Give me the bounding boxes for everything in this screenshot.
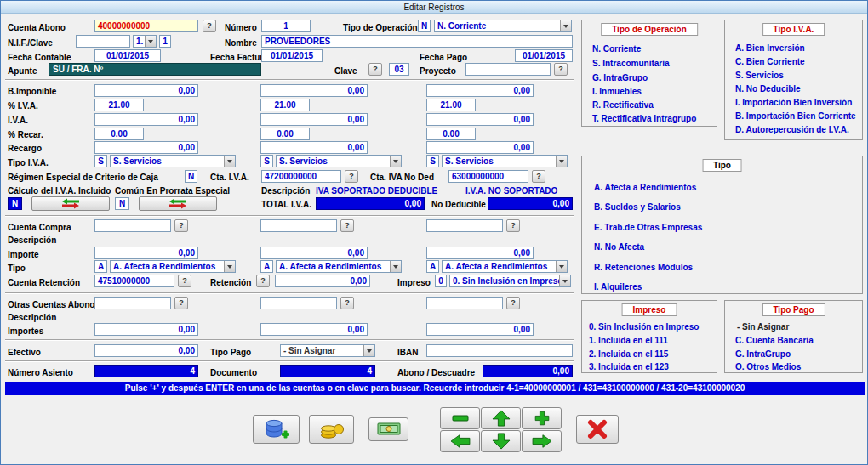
tipo-iva-code-1[interactable]: S bbox=[94, 155, 107, 167]
iva-input-2[interactable]: 0,00 bbox=[260, 113, 368, 126]
cuenta-retencion-input[interactable]: 47510000000 bbox=[94, 275, 174, 287]
add-record-button[interactable] bbox=[253, 415, 300, 444]
base-imponible-input-3[interactable]: 0,00 bbox=[426, 84, 534, 97]
close-button[interactable] bbox=[576, 415, 619, 444]
otras-cuentas-help-button-3[interactable]: ? bbox=[506, 297, 520, 309]
retencion-help-button[interactable]: ? bbox=[256, 275, 270, 287]
minus-button[interactable] bbox=[440, 407, 480, 429]
proyecto-input[interactable] bbox=[465, 63, 551, 76]
clave-input[interactable]: 03 bbox=[389, 63, 409, 76]
impreso-select[interactable]: 0. Sin Inclusión en Impreso bbox=[449, 275, 571, 287]
nif-type-select[interactable]: 1. bbox=[133, 35, 157, 48]
retencion-input[interactable]: 0,00 bbox=[275, 275, 370, 287]
otras-cuentas-input-2[interactable] bbox=[260, 297, 337, 309]
tipo-select-3[interactable]: A. Afecta a Rendimientos bbox=[442, 260, 568, 273]
fecha-factura-input[interactable]: 01/01/2015 bbox=[261, 49, 323, 62]
cuenta-compra-input-3[interactable] bbox=[426, 219, 503, 232]
pct-iva-input-1[interactable]: 21.00 bbox=[94, 99, 144, 111]
cta-iva-no-ded-input[interactable]: 63000000000 bbox=[448, 170, 528, 183]
cuenta-compra-input-2[interactable] bbox=[260, 219, 337, 232]
cuenta-retencion-help-button[interactable]: ? bbox=[178, 275, 191, 287]
arrow-right-button[interactable] bbox=[522, 430, 562, 452]
tipo-pago-select[interactable]: - Sin Asignar bbox=[280, 344, 375, 357]
numero-input[interactable]: 1 bbox=[261, 20, 311, 32]
tipo-select-2[interactable]: A. Afecta a Rendimientos bbox=[276, 260, 402, 273]
otras-cuentas-help-button-2[interactable]: ? bbox=[340, 297, 354, 309]
arrow-up-icon bbox=[491, 410, 511, 427]
cta-iva-no-ded-help-button[interactable]: ? bbox=[532, 170, 545, 183]
pct-recargo-input-2[interactable]: 0.00 bbox=[260, 128, 310, 140]
base-imponible-input-1[interactable]: 0,00 bbox=[94, 84, 198, 97]
tipo-code-1[interactable]: A bbox=[94, 260, 107, 273]
apunte-input[interactable]: SU / FRA. Nº bbox=[49, 63, 261, 76]
pct-recargo-input-3[interactable]: 0.00 bbox=[426, 128, 476, 140]
arrow-left-button[interactable] bbox=[440, 430, 480, 452]
nif-num-input[interactable]: 1 bbox=[159, 35, 171, 48]
tipo-operacion-select[interactable]: N. Corriente bbox=[434, 20, 572, 32]
iva-label: I.V.A. bbox=[8, 115, 28, 126]
tipo-operacion-code-input[interactable]: N bbox=[418, 20, 431, 32]
iban-input[interactable] bbox=[426, 344, 573, 357]
minus-icon bbox=[448, 411, 472, 425]
base-imponible-input-2[interactable]: 0,00 bbox=[260, 84, 368, 97]
fecha-pago-input[interactable]: 01/01/2015 bbox=[515, 49, 573, 62]
pct-iva-input-3[interactable]: 21.00 bbox=[426, 99, 476, 111]
tipo-iva-code-3[interactable]: S bbox=[426, 155, 439, 167]
recargo-input-3[interactable]: 0,00 bbox=[426, 141, 534, 154]
impreso-code-input[interactable]: 0 bbox=[435, 275, 447, 287]
tipo-code-2[interactable]: A bbox=[260, 260, 273, 273]
importe-input-2[interactable]: 0,00 bbox=[260, 247, 368, 259]
clave-help-button[interactable]: ? bbox=[368, 63, 382, 76]
pct-recargo-input-1[interactable]: 0.00 bbox=[94, 128, 144, 140]
importes-input-2[interactable]: 0,00 bbox=[260, 323, 368, 336]
cta-iva-input[interactable]: 47200000000 bbox=[261, 170, 341, 183]
recargo-input-1[interactable]: 0,00 bbox=[94, 141, 198, 154]
iva-input-3[interactable]: 0,00 bbox=[426, 113, 534, 126]
cuenta-abono-help-button[interactable]: ? bbox=[203, 20, 216, 32]
arrow-up-button[interactable] bbox=[481, 407, 521, 429]
tipo-iva-select-2[interactable]: S. Servicios bbox=[276, 155, 402, 167]
pct-iva-input-2[interactable]: 21.00 bbox=[260, 99, 310, 111]
arrow-down-button[interactable] bbox=[481, 430, 521, 452]
regimen-input[interactable]: N bbox=[185, 170, 197, 183]
otras-cuentas-input-3[interactable] bbox=[426, 297, 503, 309]
prorrata-input[interactable]: N bbox=[115, 197, 129, 210]
otras-cuentas-help-button-1[interactable]: ? bbox=[174, 297, 188, 309]
total-iva-field: 0,00 bbox=[316, 197, 425, 210]
cash-button[interactable] bbox=[368, 417, 408, 441]
fecha-contable-input[interactable]: 01/01/2015 bbox=[94, 49, 161, 62]
proyecto-help-button[interactable]: ? bbox=[554, 63, 568, 76]
efectivo-input[interactable]: 0,00 bbox=[94, 344, 198, 357]
importes-input-1[interactable]: 0,00 bbox=[94, 323, 198, 336]
cuenta-compra-help-button-1[interactable]: ? bbox=[174, 219, 188, 232]
importes-input-3[interactable]: 0,00 bbox=[426, 323, 534, 336]
importe-input-3[interactable]: 0,00 bbox=[426, 247, 534, 259]
recargo-input-2[interactable]: 0,00 bbox=[260, 141, 368, 154]
chevron-down-icon bbox=[556, 156, 567, 167]
cuenta-compra-help-button-2[interactable]: ? bbox=[340, 219, 354, 232]
coins-button[interactable] bbox=[309, 415, 354, 444]
cta-iva-help-button[interactable]: ? bbox=[345, 170, 358, 183]
calculo-swap-button[interactable] bbox=[31, 196, 110, 211]
cuenta-abono-input[interactable]: 40000000000 bbox=[94, 20, 198, 32]
tipo-code-3[interactable]: A bbox=[426, 260, 439, 273]
importe-input-1[interactable]: 0,00 bbox=[94, 247, 198, 259]
edit-records-window: Editar Registros Cuenta Abono 4000000000… bbox=[0, 0, 868, 465]
close-icon bbox=[585, 419, 609, 439]
nombre-input[interactable]: PROVEEDORES bbox=[261, 35, 573, 48]
cuenta-compra-help-button-3[interactable]: ? bbox=[506, 219, 520, 232]
plus-button[interactable] bbox=[522, 407, 562, 429]
separator bbox=[5, 360, 574, 362]
tipo-iva-selected-1: S. Servicios bbox=[113, 156, 162, 166]
cuenta-compra-input-1[interactable] bbox=[94, 219, 171, 232]
tipo-iva-code-2[interactable]: S bbox=[260, 155, 273, 167]
tipo-iva-select-3[interactable]: S. Servicios bbox=[442, 155, 568, 167]
retencion-label: Retención bbox=[210, 277, 251, 288]
otras-cuentas-input-1[interactable] bbox=[94, 297, 171, 309]
tipo-select-1[interactable]: A. Afecta a Rendimientos bbox=[110, 260, 236, 273]
tipo-iva-select-1[interactable]: S. Servicios bbox=[110, 155, 236, 167]
nif-input[interactable] bbox=[76, 35, 130, 48]
calculo-incluido-input[interactable]: N bbox=[8, 197, 22, 210]
prorrata-swap-button[interactable] bbox=[139, 196, 217, 211]
iva-input-1[interactable]: 0,00 bbox=[94, 113, 198, 126]
